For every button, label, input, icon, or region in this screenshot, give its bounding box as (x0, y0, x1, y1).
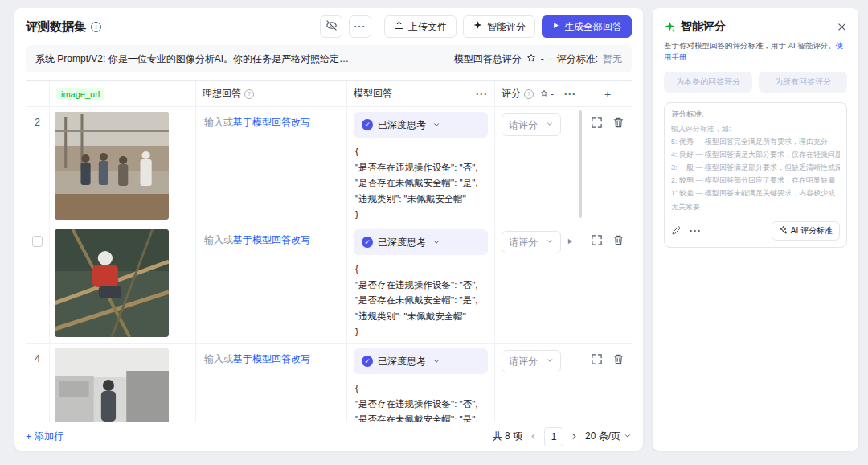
generate-all-button[interactable]: 生成全部回答 (542, 15, 632, 38)
row-index: 4 (26, 344, 50, 422)
row-index: 2 (26, 107, 50, 229)
column-menu-icon[interactable]: ··· (476, 89, 488, 99)
row-image[interactable] (55, 229, 169, 337)
play-icon (551, 21, 560, 32)
chevron-down-icon (432, 121, 440, 129)
pagination: 共 8 项 1 20 条/页 (493, 427, 632, 446)
rewrite-from-model-link[interactable]: 基于模型回答改写 (233, 117, 310, 128)
criteria-status-value: 暂无 (603, 52, 622, 66)
table-row: 2 (26, 107, 632, 224)
chevron-down-icon (546, 237, 554, 248)
system-prompt-bar[interactable]: 系统 Prompt/V2: 你是一位专业的图像分析AI。你的任务是严格对照给定的… (26, 45, 632, 72)
model-answer-json: { "是否存在违规操作设备": "否", "是否存在未佩戴安全帽": "是", … (354, 379, 488, 422)
panel-title: 智能评分 (681, 19, 726, 34)
expand-row-button[interactable] (591, 117, 603, 129)
header-select-column (26, 81, 50, 106)
header-ideal-answer: 理想回答 ? (196, 81, 347, 106)
deep-think-toggle[interactable]: ✓ 已深度思考 (354, 229, 488, 255)
criteria-status-label: 评分标准: (557, 52, 598, 66)
score-select[interactable]: 请评分 (502, 113, 561, 136)
criteria-placeholder: 1: 较差 — 模型回答未能满足关键要求，内容极少或无关紧要 (671, 187, 840, 212)
criteria-placeholder: 3: 一般 — 模型回答满足部分要求，但缺乏清晰性或深度 (671, 161, 840, 174)
check-circle-icon: ✓ (362, 119, 373, 130)
close-icon[interactable] (837, 22, 847, 32)
question-icon: ? (244, 89, 254, 99)
smart-score-button[interactable]: 智能评分 (463, 15, 535, 38)
system-prompt-text: 系统 Prompt/V2: 你是一位专业的图像分析AI。你的任务是严格对照给定的… (35, 52, 357, 66)
row-checkbox[interactable] (32, 236, 43, 247)
delete-row-button[interactable] (612, 353, 624, 365)
dot-separator: · (549, 53, 552, 64)
star-icon (526, 53, 536, 65)
criteria-placeholder: 2: 较弱 — 模型回答部分回应了要求，存在明显缺漏 (671, 174, 840, 187)
eye-off-icon (326, 19, 338, 34)
chevron-down-icon (432, 357, 440, 365)
chevron-down-icon (546, 119, 554, 130)
add-column-icon[interactable]: + (604, 88, 611, 101)
delete-row-button[interactable] (612, 117, 624, 129)
score-select[interactable]: 请评分 (502, 350, 561, 372)
criteria-placeholder: 输入评分标准，如: (671, 122, 840, 135)
chevron-down-icon (546, 356, 554, 367)
add-row-button[interactable]: + 添加行 (26, 430, 63, 443)
header-model-answer: 模型回答 ··· (347, 81, 495, 106)
column-menu-icon[interactable]: ··· (564, 89, 576, 99)
edit-icon[interactable] (671, 225, 682, 236)
smart-score-panel: 智能评分 基于你对模型回答的评分标准，用于 AI 智能评分。使用手册 为本条的回… (653, 8, 858, 451)
generate-answer-icon[interactable] (566, 237, 574, 245)
deep-think-toggle[interactable]: ✓ 已深度思考 (354, 348, 488, 374)
page-number[interactable]: 1 (544, 427, 563, 446)
deep-think-toggle[interactable]: ✓ 已深度思考 (354, 112, 488, 138)
table-row: 4 (26, 344, 632, 422)
score-current-button[interactable]: 为本条的回答评分 (664, 72, 752, 93)
table-row: 输入或基于模型回答改写 ✓ 已深度思考 { "是否存在违规操作设备": "否",… (26, 224, 632, 344)
criteria-placeholder: 5: 优秀 — 模型回答完全满足所有要求，理由充分 (671, 135, 840, 148)
chevron-down-icon (624, 431, 632, 442)
question-icon: ? (524, 89, 534, 99)
delete-row-button[interactable] (612, 234, 624, 246)
check-circle-icon: ✓ (362, 356, 373, 367)
more-icon: ··· (354, 22, 366, 31)
next-page-button[interactable] (570, 432, 579, 441)
scaffold-worker-photo (55, 229, 169, 337)
expand-row-button[interactable] (591, 353, 603, 365)
panel-description: 基于你对模型回答的评分标准，用于 AI 智能评分。使用手册 (664, 40, 847, 64)
score-select[interactable]: 请评分 (502, 231, 561, 253)
ai-criteria-button[interactable]: AI 评分标准 (772, 221, 840, 241)
row-image[interactable] (55, 348, 169, 422)
expand-row-button[interactable] (591, 234, 603, 246)
score-average: - (540, 88, 554, 100)
header-add-column: + (583, 81, 632, 106)
control-room-photo (55, 348, 169, 422)
dataset-table: image_url 理想回答 ? 模型回答 ··· 评分 ? - (26, 80, 632, 422)
rewrite-from-model-link[interactable]: 基于模型回答改写 (233, 353, 310, 364)
more-button[interactable]: ··· (349, 15, 371, 38)
header-score: 评分 ? - ··· (495, 81, 583, 106)
criteria-placeholder: 4: 良好 — 模型回答满足大部分要求，仅存在轻微问题 (671, 148, 840, 161)
rewrite-from-model-link[interactable]: 基于模型回答改写 (233, 234, 310, 245)
star-icon (540, 88, 548, 100)
table-scrollbar[interactable] (579, 110, 582, 218)
total-count: 共 8 项 (493, 430, 522, 443)
model-answer-json: { "是否存在违规操作设备": "否", "是否存在未佩戴安全帽": "是", … (354, 142, 488, 224)
plus-icon: + (26, 431, 31, 442)
ideal-answer-hint: 输入或 (204, 353, 233, 364)
ideal-answer-hint: 输入或 (204, 234, 233, 245)
hide-columns-button[interactable] (320, 15, 342, 38)
upload-icon (394, 20, 404, 33)
row-image[interactable] (55, 112, 169, 220)
check-circle-icon: ✓ (362, 237, 373, 248)
total-score-label: 模型回答总评分 (454, 52, 522, 66)
total-score-value: - (541, 53, 544, 64)
model-answer-json: { "是否存在违规操作设备": "否", "是否存在未佩戴安全帽": "是", … (354, 260, 488, 342)
criteria-textarea[interactable]: 评分标准: 输入评分标准，如: 5: 优秀 — 模型回答完全满足所有要求，理由充… (664, 102, 847, 248)
ideal-answer-hint: 输入或 (204, 117, 233, 128)
upload-file-button[interactable]: 上传文件 (384, 15, 457, 38)
score-all-button[interactable]: 为所有回答评分 (759, 72, 847, 93)
prev-page-button[interactable] (529, 432, 538, 441)
page-size-select[interactable]: 20 条/页 (585, 430, 632, 443)
more-icon[interactable]: ··· (690, 226, 702, 236)
app: 评测数据集 i ··· 上传文件 智能评分 (0, 0, 868, 465)
table-footer: + 添加行 共 8 项 1 20 条/页 (14, 422, 643, 451)
sparkle-icon (473, 20, 483, 33)
